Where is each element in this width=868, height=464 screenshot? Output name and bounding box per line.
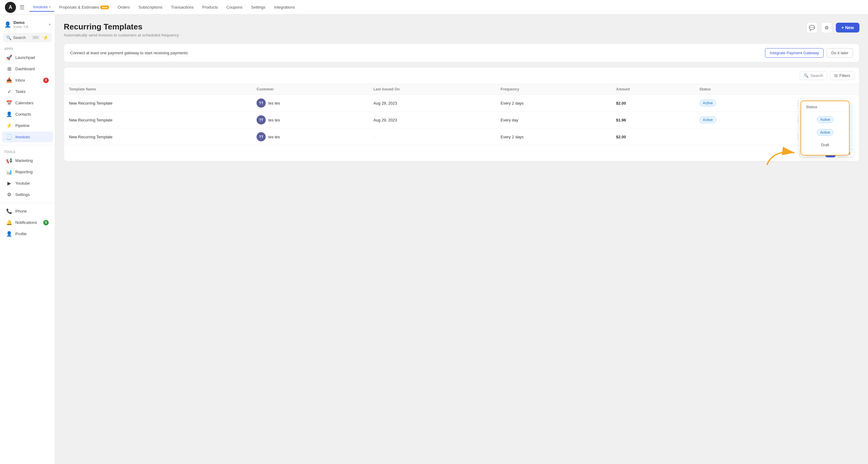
- amount-cell: $2.00: [611, 128, 694, 145]
- status-popup-item-active-1[interactable]: Active: [801, 113, 849, 126]
- filter-button[interactable]: ⊟ Filters: [830, 71, 854, 80]
- page-subtitle: Automatically send invoices to customers…: [64, 33, 179, 37]
- last-issued-cell: -: [368, 128, 496, 145]
- customer-cell: TT tes tes: [252, 112, 368, 128]
- customer-cell: TT tes tes: [252, 128, 368, 145]
- col-frequency: Frequency: [496, 84, 611, 95]
- nav-settings[interactable]: Settings: [247, 3, 269, 11]
- templates-table: Template Name Customer Last Issued On Fr…: [64, 84, 859, 145]
- templates-table-card: 🔍 Search ⊟ Filters Template Name Custome…: [64, 67, 860, 161]
- sidebar-divider-2: [0, 203, 55, 203]
- main-content: Recurring Templates Automatically send i…: [55, 15, 868, 464]
- sidebar-item-label: Calendars: [15, 100, 33, 105]
- col-last-issued: Last Issued On: [368, 84, 496, 95]
- sidebar-item-dashboard[interactable]: ⊞ Dashboard: [2, 63, 53, 74]
- sidebar-item-label: Marketing: [15, 158, 33, 163]
- inbox-badge: 0: [43, 78, 49, 83]
- status-popup-item-draft[interactable]: Draft: [801, 139, 849, 151]
- marketing-icon: 📢: [6, 157, 12, 164]
- integrate-payment-button[interactable]: Integrate Payment Gateway: [765, 48, 824, 58]
- last-issued-cell: Aug 29, 2023: [368, 112, 496, 128]
- reporting-icon: 📊: [6, 169, 12, 175]
- sidebar-item-notifications[interactable]: 🔔 Notifications 6: [2, 217, 53, 228]
- nav-invoices[interactable]: Invoices ▾: [29, 3, 54, 12]
- sidebar-item-label: Settings: [15, 192, 30, 197]
- page-header: Recurring Templates Automatically send i…: [64, 22, 860, 37]
- tools-section-label: Tools: [0, 148, 55, 155]
- nav-integrations[interactable]: Integrations: [270, 3, 299, 11]
- sidebar-item-label: Pipeline: [15, 123, 29, 128]
- feedback-button[interactable]: 💬: [806, 22, 817, 33]
- amount-cell: $1.96: [611, 112, 694, 128]
- contacts-icon: 👤: [6, 111, 12, 117]
- sidebar: 👤 Demo Irvine, CA ▾ 🔍 Search ⌘K ⚡ Apps 🚀…: [0, 15, 55, 464]
- banner-text: Connect at least one payment gateway to …: [70, 51, 188, 55]
- sidebar-item-label: Notifications: [15, 220, 37, 225]
- status-cell: [694, 128, 788, 145]
- sidebar-item-label: Launchpad: [15, 55, 35, 60]
- sidebar-item-label: Tasks: [15, 89, 25, 94]
- status-popup-header: Status: [801, 105, 849, 112]
- status-popup-item-active-2[interactable]: Active: [801, 126, 849, 139]
- pagination: Previous 1 Next: [64, 145, 859, 161]
- sidebar-user[interactable]: 👤 Demo Irvine, CA ▾: [0, 17, 55, 32]
- sidebar-item-label: Invoices: [15, 135, 30, 139]
- table-row: New Recurring Template TT tes tes - Ever…: [64, 128, 859, 145]
- new-button[interactable]: + New: [836, 23, 860, 32]
- col-amount: Amount: [611, 84, 694, 95]
- status-badge: Active: [700, 117, 716, 123]
- sidebar-item-launchpad[interactable]: 🚀 Launchpad: [2, 52, 53, 63]
- sidebar-item-label: Inbox: [15, 78, 25, 83]
- filter-icon: ⊟: [834, 73, 838, 78]
- youtube-icon: ▶: [6, 180, 12, 186]
- nav-proposals[interactable]: Proposals & Estimates New: [56, 3, 113, 11]
- table-toolbar: 🔍 Search ⊟ Filters: [64, 67, 859, 84]
- sidebar-item-inbox[interactable]: 📥 Inbox 0: [2, 75, 53, 86]
- sidebar-item-profile[interactable]: 👤 Profile: [2, 229, 53, 239]
- frequency-cell: Every 2 days: [496, 128, 611, 145]
- user-name: Demo: [13, 20, 46, 25]
- sidebar-item-reporting[interactable]: 📊 Reporting: [2, 167, 53, 177]
- chevron-down-icon: ▾: [49, 22, 51, 27]
- template-name-cell: New Recurring Template: [64, 112, 252, 128]
- frequency-cell: Every day: [496, 112, 611, 128]
- do-later-button[interactable]: Do it later: [827, 48, 853, 58]
- sidebar-item-invoices[interactable]: 🧾 Invoices: [2, 132, 53, 142]
- notifications-badge: 6: [43, 220, 49, 225]
- nav-products[interactable]: Products: [198, 3, 222, 11]
- nav-orders[interactable]: Orders: [114, 3, 134, 11]
- sidebar-item-phone[interactable]: 📞 Phone: [2, 206, 53, 216]
- calendars-icon: 📅: [6, 100, 12, 106]
- profile-icon: 👤: [6, 231, 12, 237]
- nav-transactions[interactable]: Transactions: [167, 3, 197, 11]
- status-cell: Active: [694, 112, 788, 128]
- table-search[interactable]: 🔍 Search: [800, 71, 827, 80]
- nav-items: Invoices ▾ Proposals & Estimates New Ord…: [29, 3, 299, 12]
- table-row: New Recurring Template TT tes tes Aug 29…: [64, 95, 859, 112]
- sidebar-item-settings[interactable]: ⚙ Settings: [2, 189, 53, 200]
- status-cell: Active: [694, 95, 788, 112]
- nav-coupons[interactable]: Coupons: [223, 3, 246, 11]
- search-label: Search: [13, 35, 30, 40]
- nav-subscriptions[interactable]: Subscriptions: [135, 3, 166, 11]
- phone-icon: 📞: [6, 208, 12, 214]
- col-customer: Customer: [252, 84, 368, 95]
- user-location: Irvine, CA: [13, 25, 46, 29]
- sidebar-item-label: Reporting: [15, 170, 32, 174]
- settings-button[interactable]: ⚙: [821, 22, 832, 33]
- customer-cell: TT tes tes: [252, 95, 368, 112]
- chevron-down-icon: ▾: [49, 5, 51, 8]
- inbox-icon: 📥: [6, 77, 12, 83]
- sidebar-item-youtube[interactable]: ▶ Youtube: [2, 178, 53, 188]
- search-bar[interactable]: 🔍 Search ⌘K ⚡: [3, 33, 52, 42]
- sidebar-item-calendars[interactable]: 📅 Calendars: [2, 97, 53, 108]
- sidebar-item-tasks[interactable]: ✓ Tasks: [2, 86, 53, 97]
- sidebar-item-marketing[interactable]: 📢 Marketing: [2, 155, 53, 166]
- sidebar-item-pipeline[interactable]: ⚡ Pipeline: [2, 120, 53, 131]
- menu-icon[interactable]: ☰: [20, 4, 25, 11]
- search-icon: 🔍: [6, 35, 11, 40]
- sidebar-item-contacts[interactable]: 👤 Contacts: [2, 109, 53, 120]
- launchpad-icon: 🚀: [6, 55, 12, 60]
- app-logo: A: [5, 2, 16, 13]
- invoices-icon: 🧾: [6, 134, 12, 140]
